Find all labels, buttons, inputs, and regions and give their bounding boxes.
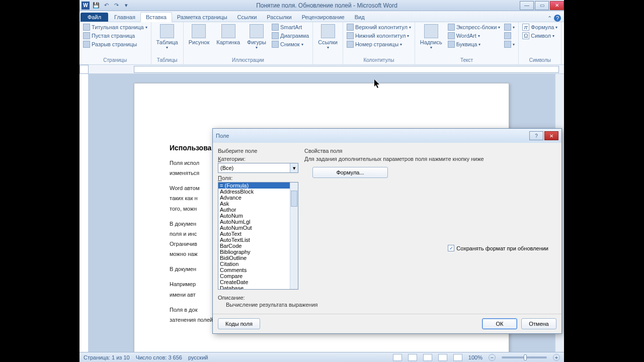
textbox-button[interactable]: Надпись▾ [417, 23, 445, 51]
symbol-button[interactable]: ΩСимвол▾ [521, 32, 559, 40]
view-outline[interactable] [438, 354, 447, 361]
status-language[interactable]: русский [188, 354, 208, 360]
minimize-button[interactable]: — [520, 1, 534, 10]
zoom-slider[interactable] [502, 356, 547, 358]
field-item[interactable]: Bibliography [218, 249, 290, 255]
field-item[interactable]: BarCode [218, 243, 290, 249]
undo-icon[interactable]: ↶ [102, 1, 111, 10]
field-item[interactable]: AutoTextList [218, 237, 290, 243]
categories-combo[interactable]: (Все) ▾ [218, 163, 298, 173]
view-web[interactable] [423, 354, 432, 361]
zoom-in-button[interactable]: + [553, 354, 560, 361]
quickparts-button[interactable]: Экспресс-блоки▾ [446, 23, 502, 31]
group-pages-title: Страницы [82, 57, 149, 63]
field-item[interactable]: AddressBlock [218, 189, 290, 195]
minimize-ribbon-icon[interactable]: ⌃ [547, 15, 552, 22]
group-illus-title: Иллюстрации [186, 57, 310, 63]
scrollbar-thumb[interactable] [291, 191, 297, 207]
field-item[interactable]: CreateDate [218, 279, 290, 285]
help-icon[interactable]: ? [554, 15, 561, 22]
tab-view[interactable]: Вид [350, 13, 370, 22]
tab-home[interactable]: Главная [109, 13, 140, 22]
status-words[interactable]: Число слов: 3 656 [136, 354, 182, 360]
field-item[interactable]: Database [218, 285, 290, 289]
footer-icon [347, 32, 354, 39]
window-buttons: — ▭ ✕ [519, 1, 564, 10]
fields-label: Поля: [218, 175, 298, 181]
dialog-help-button[interactable]: ? [529, 131, 543, 140]
sigline-button[interactable]: ▾ [503, 23, 516, 31]
datetime-button[interactable] [503, 32, 516, 40]
field-item[interactable]: Compare [218, 273, 290, 279]
group-symbols-title: Символы [521, 57, 559, 63]
field-item[interactable]: Author [218, 207, 290, 213]
tab-selector[interactable] [79, 65, 89, 74]
screenshot-button[interactable]: Снимок▾ [270, 40, 310, 48]
view-draft[interactable] [453, 354, 462, 361]
footer-button[interactable]: Нижний колонтитул▾ [345, 32, 413, 40]
field-item[interactable]: AutoNumOut [218, 225, 290, 231]
chevron-down-icon[interactable]: ▾ [290, 163, 298, 172]
pagenum-button[interactable]: Номер страницы▾ [345, 40, 413, 48]
file-tab[interactable]: Файл [80, 13, 108, 22]
table-button[interactable]: Таблица▾ [153, 23, 181, 51]
equation-button[interactable]: πФормула▾ [521, 23, 559, 31]
smartart-button[interactable]: SmartArt [270, 23, 310, 31]
save-icon[interactable]: 💾 [92, 1, 101, 10]
tab-insert[interactable]: Вставка [140, 12, 172, 22]
preserve-format-checkbox[interactable]: ✓ [448, 245, 454, 251]
field-item[interactable]: Ask [218, 201, 290, 207]
picture-button[interactable]: Рисунок [186, 23, 213, 46]
clipart-button[interactable]: Картинка [213, 23, 243, 46]
listbox-scrollbar[interactable] [290, 183, 298, 289]
ruler-vertical[interactable] [79, 74, 89, 352]
ok-button[interactable]: ОК [482, 318, 517, 329]
tab-layout[interactable]: Разметка страницы [172, 13, 232, 22]
tab-references[interactable]: Ссылки [232, 13, 262, 22]
field-item[interactable]: = (Formula) [218, 183, 290, 189]
ribbon-tabs: Файл Главная Вставка Разметка страницы С… [79, 11, 564, 22]
shapes-button[interactable]: Фигуры▾ [244, 23, 269, 51]
tab-mailings[interactable]: Рассылки [262, 13, 296, 22]
preserve-format-row[interactable]: ✓ Сохранять формат при обновлении [448, 245, 548, 251]
zoom-out-button[interactable]: − [489, 354, 496, 361]
field-item[interactable]: AutoNumLgl [218, 219, 290, 225]
field-item[interactable]: Comments [218, 267, 290, 273]
cover-page-button[interactable]: Титульная страница▾ [82, 23, 149, 31]
header-button[interactable]: Верхний колонтитул▾ [345, 23, 413, 31]
dialog-close-button[interactable]: ✕ [544, 131, 558, 140]
field-codes-button[interactable]: Коды поля [218, 318, 260, 329]
field-item[interactable]: AutoText [218, 231, 290, 237]
view-print-layout[interactable] [393, 354, 402, 361]
field-item[interactable]: BidiOutline [218, 255, 290, 261]
chart-button[interactable]: Диаграмма [270, 32, 310, 40]
field-item[interactable]: Citation [218, 261, 290, 267]
maximize-button[interactable]: ▭ [535, 1, 549, 10]
sigline-icon [504, 24, 511, 31]
close-button[interactable]: ✕ [550, 1, 564, 10]
field-item[interactable]: Advance [218, 195, 290, 201]
page-break-button[interactable]: Разрыв страницы [82, 40, 149, 48]
formula-button[interactable]: Формула... [312, 167, 388, 178]
group-headerfooter: Верхний колонтитул▾ Нижний колонтитул▾ Н… [343, 22, 415, 64]
dropcap-icon [448, 41, 455, 48]
wordart-button[interactable]: WordArt▾ [446, 32, 502, 40]
blank-page-button[interactable]: Пустая страница [82, 32, 149, 40]
field-item[interactable]: AutoNum [218, 213, 290, 219]
page-break-icon [83, 41, 90, 48]
cancel-button[interactable]: Отмена [521, 318, 556, 329]
group-pages: Титульная страница▾ Пустая страница Разр… [79, 22, 151, 64]
fields-listbox[interactable]: = (Formula)AddressBlockAdvanceAskAuthorA… [218, 182, 298, 290]
zoom-slider-thumb[interactable] [524, 354, 527, 360]
object-button[interactable]: ▾ [503, 40, 516, 48]
ruler-horizontal[interactable] [79, 65, 564, 74]
status-page[interactable]: Страница: 1 из 10 [84, 354, 130, 360]
qat-dropdown-icon[interactable]: ▾ [122, 1, 131, 10]
view-fullscreen[interactable] [408, 354, 417, 361]
tab-review[interactable]: Рецензирование [297, 13, 350, 22]
redo-icon[interactable]: ↷ [112, 1, 121, 10]
dropcap-button[interactable]: Буквица▾ [446, 40, 502, 48]
links-button[interactable]: Ссылки▾ [315, 23, 341, 51]
zoom-value[interactable]: 100% [468, 354, 482, 360]
dialog-titlebar[interactable]: Поле ? ✕ [213, 129, 561, 143]
